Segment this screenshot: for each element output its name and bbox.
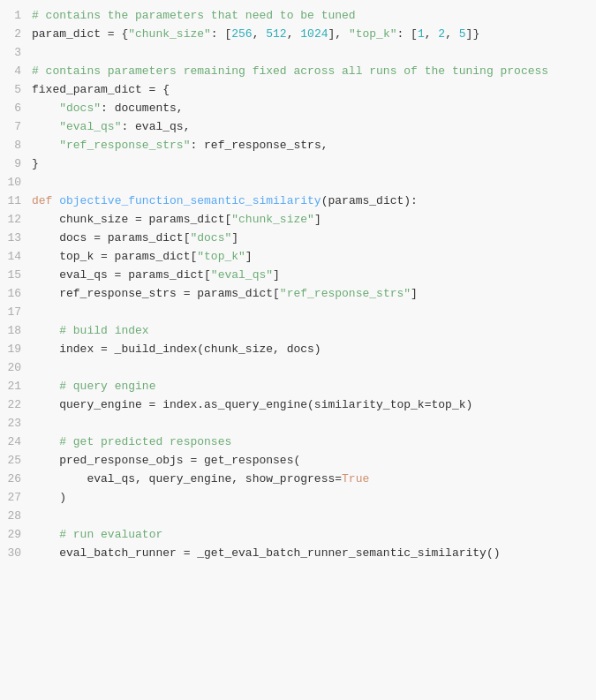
token-string: "eval_qs": [211, 268, 273, 282]
code-editor: 1# contains the parameters that need to …: [0, 0, 596, 700]
line-content: # get predicted responses: [32, 433, 596, 451]
token-number: 512: [266, 27, 286, 41]
code-line: 27 ): [0, 489, 596, 508]
code-line: 19 index = _build_index(chunk_size, docs…: [0, 341, 596, 359]
line-number: 21: [0, 378, 32, 395]
line-content: eval_qs = params_dict["eval_qs"]: [32, 267, 596, 284]
line-content: }: [32, 155, 596, 173]
code-line: 25 pred_response_objs = get_responses(: [0, 452, 596, 470]
token-plain: chunk_size = params_dict[: [32, 213, 231, 226]
token-string: "top_k": [349, 27, 397, 41]
token-plain: eval_batch_runner = _get_eval_batch_runn…: [32, 546, 501, 560]
token-number: 1: [418, 27, 425, 41]
line-number: 17: [0, 304, 32, 321]
line-number: 27: [0, 489, 32, 507]
line-content: query_engine = index.as_query_engine(sim…: [32, 396, 596, 414]
code-line: 6 "docs": documents,: [0, 100, 596, 118]
token-plain: : documents,: [101, 102, 184, 115]
token-plain: index = _build_index(chunk_size, docs): [32, 342, 321, 356]
token-plain: : ref_response_strs,: [190, 139, 328, 152]
line-number: 24: [0, 433, 32, 451]
line-content: ): [32, 489, 596, 507]
token-number: 5: [459, 27, 466, 41]
line-number: 26: [0, 470, 32, 488]
token-plain: ,: [287, 27, 301, 41]
code-line: 18 # build index: [0, 322, 596, 341]
line-number: 11: [0, 192, 32, 210]
line-content: "ref_response_strs": ref_response_strs,: [32, 137, 596, 154]
line-number: 5: [0, 81, 32, 99]
line-number: 4: [0, 63, 32, 80]
token-plain: [32, 139, 59, 152]
line-content: "docs": documents,: [32, 100, 596, 117]
line-number: 12: [0, 211, 32, 229]
line-content: # build index: [32, 322, 596, 340]
token-number: 2: [438, 27, 445, 41]
line-number: 29: [0, 526, 32, 544]
line-number: 13: [0, 230, 32, 247]
code-line: 24 # get predicted responses: [0, 433, 596, 452]
line-number: 25: [0, 452, 32, 470]
token-plain: ]: [273, 268, 280, 282]
token-plain: docs = params_dict[: [32, 231, 190, 245]
line-content: index = _build_index(chunk_size, docs): [32, 341, 596, 358]
line-content: "eval_qs": eval_qs,: [32, 118, 596, 136]
line-content: [32, 359, 596, 377]
line-number: 3: [0, 44, 32, 62]
line-number: 9: [0, 155, 32, 173]
token-string: "docs": [190, 231, 231, 245]
line-content: eval_qs, query_engine, show_progress=Tru…: [32, 470, 596, 488]
code-line: 10: [0, 174, 596, 192]
code-line: 14 top_k = params_dict["top_k"]: [0, 248, 596, 267]
token-comment: # query engine: [59, 380, 155, 393]
line-number: 1: [0, 7, 32, 25]
line-number: 2: [0, 26, 32, 43]
line-number: 10: [0, 174, 32, 192]
token-string: "chunk_size": [231, 213, 314, 226]
token-number: 1024: [300, 27, 328, 41]
line-number: 20: [0, 359, 32, 377]
code-line: 11def objective_function_semantic_simila…: [0, 192, 596, 211]
token-plain: : eval_qs,: [121, 120, 190, 133]
token-plain: ],: [328, 27, 349, 41]
line-number: 22: [0, 396, 32, 414]
code-line: 1# contains the parameters that need to …: [0, 7, 596, 26]
token-plain: top_k = params_dict[: [32, 250, 197, 263]
token-plain: ,: [253, 27, 267, 41]
token-plain: ]: [314, 213, 321, 226]
token-plain: ): [32, 491, 66, 504]
line-number: 15: [0, 267, 32, 284]
code-line: 29 # run evaluator: [0, 526, 596, 545]
token-plain: (params_dict):: [321, 194, 418, 207]
code-line: 9}: [0, 155, 596, 174]
line-number: 14: [0, 248, 32, 266]
token-plain: [32, 380, 59, 393]
token-plain: pred_response_objs = get_responses(: [32, 454, 300, 467]
token-plain: ]}: [466, 27, 480, 41]
line-content: ref_response_strs = params_dict["ref_res…: [32, 285, 596, 303]
line-number: 16: [0, 285, 32, 303]
token-plain: eval_qs, query_engine, show_progress=: [32, 472, 342, 485]
token-plain: [32, 528, 59, 541]
token-plain: query_engine = index.as_query_engine(sim…: [32, 398, 472, 411]
line-content: [32, 415, 596, 433]
token-comment: # contains parameters remaining fixed ac…: [32, 64, 548, 78]
line-content: # contains the parameters that need to b…: [32, 7, 596, 25]
line-content: top_k = params_dict["top_k"]: [32, 248, 596, 266]
line-content: # run evaluator: [32, 526, 596, 544]
code-line: 30 eval_batch_runner = _get_eval_batch_r…: [0, 545, 596, 563]
code-line: 8 "ref_response_strs": ref_response_strs…: [0, 137, 596, 155]
token-string: "ref_response_strs": [59, 139, 190, 152]
line-content: [32, 304, 596, 321]
code-line: 20: [0, 359, 596, 378]
code-line: 15 eval_qs = params_dict["eval_qs"]: [0, 267, 596, 285]
token-string: "chunk_size": [128, 27, 211, 41]
line-content: def objective_function_semantic_similari…: [32, 192, 596, 210]
token-function: objective_function_semantic_similarity: [59, 194, 321, 207]
token-plain: [32, 102, 59, 115]
token-string: "eval_qs": [59, 120, 121, 133]
code-line: 22 query_engine = index.as_query_engine(…: [0, 396, 596, 415]
line-number: 19: [0, 341, 32, 358]
token-plain: [32, 324, 59, 337]
code-line: 16 ref_response_strs = params_dict["ref_…: [0, 285, 596, 304]
